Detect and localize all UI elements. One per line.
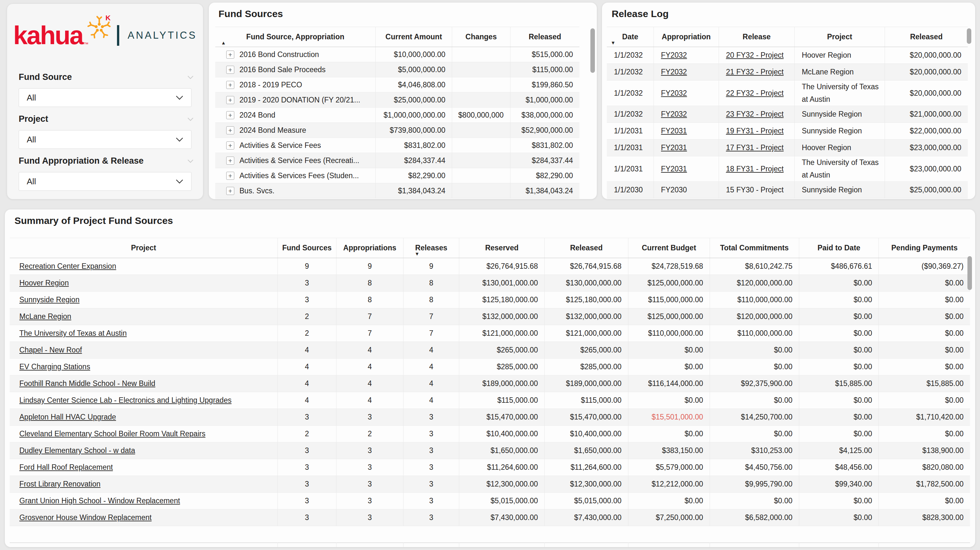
expand-plus-icon[interactable]: + <box>226 111 234 119</box>
expand-plus-icon[interactable]: + <box>226 172 234 180</box>
project-link[interactable]: EV Charging Stations <box>10 359 277 375</box>
release-link[interactable]: 23 FY32 - Project <box>719 106 794 123</box>
column-header-appropriations[interactable]: Appropriations <box>336 238 404 258</box>
fund-sources-count: 4 <box>277 375 336 392</box>
release-link[interactable]: 21 FY32 - Project <box>719 64 794 81</box>
column-header-paid-to-date[interactable]: Paid to Date <box>799 238 879 258</box>
release-project: The University of Texas at Austin <box>794 156 885 182</box>
appropriation-link[interactable]: FY2030 <box>654 182 719 199</box>
project-link[interactable]: Cleveland Elementary School Boiler Room … <box>10 426 277 442</box>
expand-plus-icon[interactable]: + <box>226 51 234 59</box>
release-link[interactable]: 17 FY31 - Project <box>719 140 794 156</box>
project-link[interactable]: Hoover Region <box>10 275 277 292</box>
fund-sources-scrollbar[interactable] <box>590 29 595 73</box>
release-log-scrollbar[interactable] <box>967 29 971 44</box>
total-current-budget: $1,176,907,106.18 <box>628 543 710 547</box>
sort-descending-icon: ▼ <box>415 251 420 256</box>
appropriation-link[interactable]: FY2032 <box>654 106 719 123</box>
column-header-project[interactable]: Project <box>794 27 885 47</box>
released-value: $115,000.00 <box>545 392 628 409</box>
releases-count: 3 <box>404 459 459 476</box>
releases-count: 7 <box>404 308 459 325</box>
collapse-chevron-icon[interactable] <box>188 159 193 164</box>
column-header-appropriation[interactable]: Appropriation <box>654 27 719 47</box>
expand-plus-icon[interactable]: + <box>226 157 234 165</box>
released-value: $515,000.00 <box>510 47 579 62</box>
column-header-changes[interactable]: Changes <box>452 27 510 47</box>
expand-plus-icon[interactable]: + <box>226 141 234 149</box>
release-log-row: 1/1/2030FY203015 FY30 - ProjectSunnyside… <box>607 182 968 199</box>
released-amount: $23,000,000.00 <box>885 140 968 156</box>
appropriation-link[interactable]: FY2032 <box>654 81 719 106</box>
fund-source-row: +Activities & Service Fees$831,802.00$83… <box>215 138 579 153</box>
project-link[interactable]: The University of Texas at Austin <box>10 325 277 342</box>
column-header-current-amount[interactable]: Current Amount <box>375 27 452 47</box>
released-value: $284,337.44 <box>510 153 579 168</box>
project-link[interactable]: Recreation Center Expansion <box>10 258 277 275</box>
project-link[interactable]: Sunnyside Region <box>10 292 277 308</box>
project-link[interactable]: Foothill Ranch Middle School - New Build <box>10 375 277 392</box>
released-amount: $21,000,000.00 <box>885 106 968 123</box>
project-dropdown[interactable]: All <box>19 130 191 149</box>
summary-scrollbar[interactable] <box>967 256 972 290</box>
column-header-releases[interactable]: Releases ▼ <box>404 238 459 258</box>
expand-plus-icon[interactable]: + <box>226 126 234 134</box>
current-budget-value: $24,728,519.68 <box>628 258 710 275</box>
fund-source-name: Activities & Services Fees (Studen... <box>239 172 359 180</box>
appropriation-link[interactable]: FY2032 <box>654 64 719 81</box>
appropriation-link[interactable]: FY2031 <box>654 156 719 182</box>
project-link[interactable]: Frost Library Renovation <box>10 476 277 493</box>
project-link[interactable]: Grosvenor House Window Replacement <box>10 509 277 526</box>
release-link[interactable]: 20 FY32 - Project <box>719 47 794 64</box>
column-header-released[interactable]: Released <box>545 238 628 258</box>
expand-plus-icon[interactable]: + <box>226 96 234 104</box>
fund-source-name-cell: +2024 Bond <box>215 108 375 123</box>
release-date: 1/1/2032 <box>607 106 654 123</box>
appropriation-link[interactable]: FY2031 <box>654 123 719 140</box>
column-header-fund-sources[interactable]: Fund Sources <box>277 238 336 258</box>
fund-appropriation-release-dropdown[interactable]: All <box>19 172 191 191</box>
column-header-total-commitments[interactable]: Total Commitments <box>710 238 799 258</box>
releases-count: 3 <box>404 493 459 509</box>
fund-sources-count: 4 <box>277 359 336 375</box>
expand-plus-icon[interactable]: + <box>226 81 234 89</box>
column-header-date[interactable]: Date ▼ <box>607 27 654 47</box>
pending-payments-value: $0.00 <box>879 292 970 308</box>
current-budget-value: $7,250,000.00 <box>628 509 710 526</box>
appropriations-count: 4 <box>336 375 404 392</box>
current-amount-value: $1,384,043.24 <box>375 183 452 199</box>
appropriation-link[interactable]: FY2031 <box>654 140 719 156</box>
column-header-release[interactable]: Release <box>719 27 794 47</box>
collapse-chevron-icon[interactable] <box>188 75 193 81</box>
paid-to-date-value: $486,676.61 <box>799 258 879 275</box>
expand-plus-icon[interactable]: + <box>226 66 234 74</box>
column-header-pending-payments[interactable]: Pending Payments <box>879 238 970 258</box>
appropriation-link[interactable]: FY2032 <box>654 47 719 64</box>
project-link[interactable]: Appleton Hall HVAC Upgrade <box>10 409 277 426</box>
column-header-project[interactable]: Project <box>10 238 277 258</box>
expand-plus-icon[interactable]: + <box>226 187 234 195</box>
project-link[interactable]: Dudley Elementary School - w data <box>10 442 277 459</box>
release-link[interactable]: 15 FY30 - Project <box>719 182 794 199</box>
total-label: Total <box>10 543 277 547</box>
project-link[interactable]: McLane Region <box>10 308 277 325</box>
column-header-released[interactable]: Released <box>885 27 968 47</box>
current-amount-value: $25,000,000.00 <box>375 92 452 108</box>
collapse-chevron-icon[interactable] <box>188 117 193 122</box>
column-header-released[interactable]: Released <box>510 27 579 47</box>
release-link[interactable]: 19 FY31 - Project <box>719 123 794 140</box>
summary-title: Summary of Project Fund Sources <box>14 215 173 226</box>
released-value: $130,000,000.00 <box>545 275 628 292</box>
project-link[interactable]: Grant Union High School - Window Replace… <box>10 493 277 509</box>
release-link[interactable]: 18 FY31 - Project <box>719 156 794 182</box>
project-link[interactable]: Lindsay Center Science Lab - Electronics… <box>10 392 277 409</box>
paid-to-date-value: $0.00 <box>799 308 879 325</box>
fund-source-name-cell: +2019 - 2020 DONATION (FY 20/21... <box>215 92 375 108</box>
project-link[interactable]: Chapel - New Roof <box>10 342 277 359</box>
release-link[interactable]: 22 FY32 - Project <box>719 81 794 106</box>
column-header-reserved[interactable]: Reserved <box>459 238 545 258</box>
fund-source-dropdown[interactable]: All <box>19 88 191 107</box>
column-header-fund-source-appropriation[interactable]: Fund Source, Appropriation ▲ <box>215 27 375 47</box>
column-header-current-budget[interactable]: Current Budget <box>628 238 710 258</box>
project-link[interactable]: Ford Hall Roof Replacement <box>10 459 277 476</box>
